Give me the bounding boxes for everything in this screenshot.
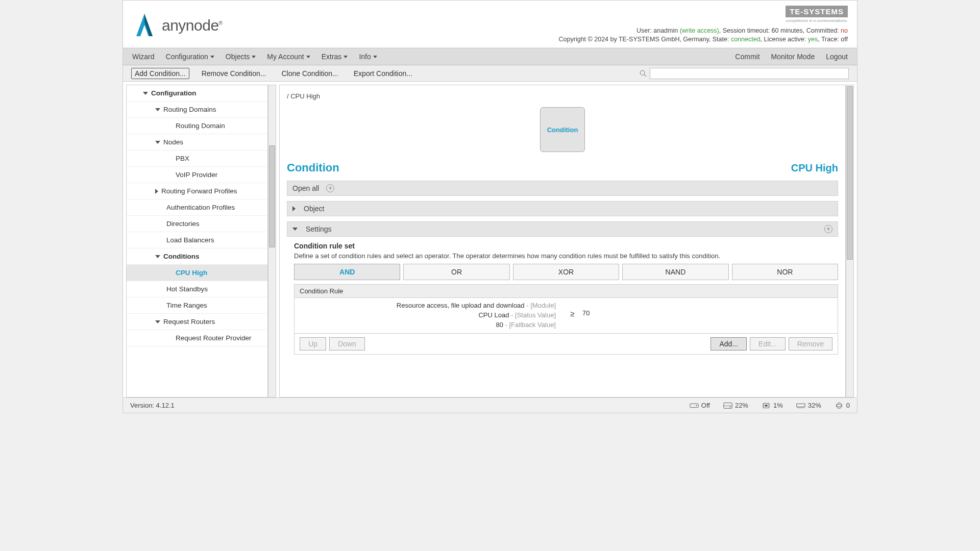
settings-panel-header[interactable]: Settings + xyxy=(287,221,838,237)
sidebar-item-label: Configuration xyxy=(151,89,196,97)
search-input[interactable] xyxy=(650,68,849,79)
menu-monitor-mode[interactable]: Monitor Mode xyxy=(771,53,815,61)
ruleset-description: Define a set of condition rules and sele… xyxy=(294,252,838,260)
sidebar-item-label: Routing Domains xyxy=(163,106,216,113)
menu-extras[interactable]: Extras xyxy=(322,53,348,61)
svg-point-20 xyxy=(836,403,842,408)
plus-icon: + xyxy=(824,225,832,233)
status-hdd: Off xyxy=(690,402,710,409)
rule-table: Condition Rule Resource access, file upl… xyxy=(294,284,838,355)
sidebar-item-label: Hot Standbys xyxy=(166,285,208,293)
chevron-down-icon xyxy=(143,92,148,95)
caret-down-icon xyxy=(210,56,214,58)
copyright-line: Copyright © 2024 by TE-SYSTEMS GmbH, Ger… xyxy=(559,36,848,43)
sidebar-item-routing-domains[interactable]: Routing Domains xyxy=(127,102,267,118)
condition-name: CPU High xyxy=(791,162,838,174)
status-cpu: 1% xyxy=(762,402,783,409)
rule-row[interactable]: Resource access, file upload and downloa… xyxy=(295,298,838,333)
sidebar-item-label: Time Ranges xyxy=(166,302,207,309)
logo-area: anynode® xyxy=(132,6,222,40)
sidebar-item-time-ranges[interactable]: Time Ranges xyxy=(127,297,267,314)
sidebar-item-request-router-provider[interactable]: Request Router Provider xyxy=(127,330,267,346)
chevron-right-icon xyxy=(155,189,158,194)
user-status-line: User: anadmin (write access), Session ti… xyxy=(559,27,848,34)
menu-wizard[interactable]: Wizard xyxy=(132,53,155,61)
rule-comparator: ≥ xyxy=(562,301,582,330)
remove-condition-button[interactable]: Remove Condition... xyxy=(199,68,270,79)
sidebar-item-voip-provider[interactable]: VoIP Provider xyxy=(127,167,267,183)
statusbar: Version: 4.12.1 Off 22% 1% 32% 0 xyxy=(123,397,857,413)
open-all-bar[interactable]: Open all + xyxy=(287,181,838,196)
sidebar-item-label: Request Routers xyxy=(163,318,215,325)
sidebar-item-label: Conditions xyxy=(163,253,200,260)
search-icon xyxy=(640,70,647,77)
sidebar-item-pbx[interactable]: PBX xyxy=(127,151,267,167)
operator-nand[interactable]: NAND xyxy=(622,264,728,280)
breadcrumb: / CPU High xyxy=(280,85,845,105)
content-scrollbar[interactable] xyxy=(846,85,854,397)
sidebar-item-load-balancers[interactable]: Load Balancers xyxy=(127,232,267,248)
object-panel-header[interactable]: Object xyxy=(287,201,838,216)
disk-icon xyxy=(723,402,732,409)
menu-logout[interactable]: Logout xyxy=(826,53,848,61)
svg-point-8 xyxy=(730,406,731,407)
menu-configuration[interactable]: Configuration xyxy=(166,53,214,61)
menu-objects[interactable]: Objects xyxy=(226,53,256,61)
chevron-right-icon xyxy=(292,206,296,211)
sidebar-item-request-routers[interactable]: Request Routers xyxy=(127,314,267,330)
up-button[interactable]: Up xyxy=(300,337,326,350)
rule-table-header: Condition Rule xyxy=(295,285,838,298)
chevron-down-icon xyxy=(155,320,160,323)
export-condition-button[interactable]: Export Condition... xyxy=(351,68,415,79)
sidebar-item-label: PBX xyxy=(176,155,189,162)
sidebar-item-routing-forward-profiles[interactable]: Routing Forward Profiles xyxy=(127,183,267,199)
svg-point-5 xyxy=(696,405,697,406)
operator-and[interactable]: AND xyxy=(294,264,400,280)
operator-xor[interactable]: XOR xyxy=(513,264,619,280)
down-button[interactable]: Down xyxy=(329,337,365,350)
sidebar-item-hot-standbys[interactable]: Hot Standbys xyxy=(127,281,267,297)
chevron-down-icon xyxy=(155,108,160,111)
main: ConfigurationRouting DomainsRouting Doma… xyxy=(123,82,857,397)
sidebar-scrollbar[interactable] xyxy=(268,85,276,397)
hdd-icon xyxy=(690,402,699,409)
sidebar-item-authentication-profiles[interactable]: Authentication Profiles xyxy=(127,199,267,216)
caret-down-icon xyxy=(306,56,310,58)
caret-down-icon xyxy=(373,56,377,58)
section-title: Condition xyxy=(287,161,339,174)
sidebar-item-label: Authentication Profiles xyxy=(166,204,235,211)
svg-rect-15 xyxy=(797,404,805,407)
svg-point-2 xyxy=(640,70,645,75)
add-condition-button[interactable]: Add Condition... xyxy=(131,68,189,79)
status-mem: 32% xyxy=(796,402,821,409)
sidebar-item-label: Request Router Provider xyxy=(176,334,252,342)
operator-nor[interactable]: NOR xyxy=(732,264,838,280)
te-systems-logo: TE-SYSTEMS competence in e-communication… xyxy=(559,6,848,23)
sidebar-item-directories[interactable]: Directories xyxy=(127,216,267,232)
memory-icon xyxy=(796,402,805,409)
sidebar-item-label: Nodes xyxy=(163,138,183,146)
sidebar-item-nodes[interactable]: Nodes xyxy=(127,134,267,151)
header-right: TE-SYSTEMS competence in e-communication… xyxy=(559,6,848,44)
sidebar-item-cpu-high[interactable]: CPU High xyxy=(127,265,267,281)
chevron-down-icon xyxy=(155,141,160,144)
menu-my-account[interactable]: My Account xyxy=(267,53,310,61)
remove-button[interactable]: Remove xyxy=(789,337,832,350)
sidebar-item-label: Load Balancers xyxy=(166,236,214,244)
sidebar-item-conditions[interactable]: Conditions xyxy=(127,248,267,265)
add-button[interactable]: Add... xyxy=(710,337,747,350)
menu-commit[interactable]: Commit xyxy=(735,53,760,61)
operator-or[interactable]: OR xyxy=(403,264,509,280)
menu-info[interactable]: Info xyxy=(359,53,377,61)
caret-down-icon xyxy=(252,56,256,58)
edit-button[interactable]: Edit... xyxy=(750,337,786,350)
toolbar: Add Condition... Remove Condition... Clo… xyxy=(123,65,857,82)
header: anynode® TE-SYSTEMS competence in e-comm… xyxy=(123,1,857,48)
svg-marker-1 xyxy=(144,14,153,36)
sidebar-item-routing-domain[interactable]: Routing Domain xyxy=(127,118,267,134)
chevron-down-icon xyxy=(155,255,160,258)
clone-condition-button[interactable]: Clone Condition... xyxy=(278,68,341,79)
condition-node-box[interactable]: Condition xyxy=(540,107,585,152)
sidebar-item-label: Routing Domain xyxy=(176,122,225,130)
sidebar-item-configuration[interactable]: Configuration xyxy=(127,85,267,102)
